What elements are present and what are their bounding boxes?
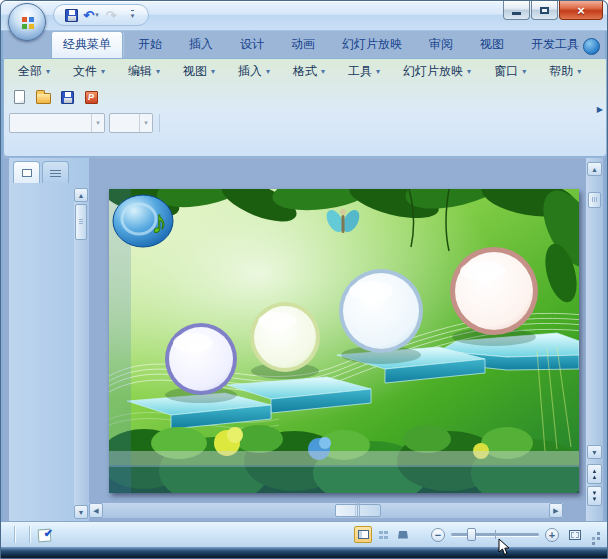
title-bar: ↶▾ ↷ ▾ × [1, 1, 607, 31]
minimize-button[interactable] [503, 1, 530, 20]
svg-text:♪: ♪ [151, 204, 167, 240]
save-icon [65, 9, 78, 22]
save-button[interactable] [62, 6, 80, 24]
normal-view-icon [358, 530, 369, 539]
scroll-left-button[interactable]: ◀ [89, 503, 103, 518]
zoom-slider[interactable] [451, 533, 539, 536]
scroll-up-button[interactable]: ▲ [74, 188, 88, 202]
ribbon-tab[interactable]: 幻灯片放映 [330, 32, 414, 58]
topic-circle-1[interactable] [165, 323, 237, 403]
slide-show-icon [398, 531, 408, 539]
menu-item[interactable]: 文件 [73, 63, 105, 80]
ribbon-tab[interactable]: 开发工具 [519, 32, 583, 58]
chevron-down-icon: ▾ [95, 11, 99, 19]
status-bar: − + [1, 521, 607, 547]
scrollbar-thumb[interactable] [588, 192, 601, 208]
ribbon-tab[interactable]: 设计 [228, 32, 276, 58]
group-separator [156, 113, 163, 133]
menu-item[interactable]: 工具 [348, 63, 380, 80]
restore-icon [540, 7, 549, 14]
scroll-up-button[interactable]: ▲ [587, 162, 602, 176]
customize-quick-access-button[interactable]: ▾ [122, 6, 140, 24]
new-document-button[interactable] [8, 87, 30, 108]
ribbon-tab[interactable]: 开始 [126, 32, 174, 58]
close-icon: × [577, 4, 585, 17]
menu-item[interactable]: 幻灯片放映 [403, 63, 471, 80]
panel-scrollbar[interactable]: ▲ ▼ [74, 188, 88, 519]
slide-sorter-icon [379, 531, 388, 539]
ppt-export-button[interactable] [80, 87, 102, 108]
ribbon-tab-row: 经典菜单开始插入设计动画幻灯片放映审阅视图开发工具 [51, 32, 583, 58]
panel-tabs [9, 158, 89, 184]
outline-tab[interactable] [42, 161, 69, 183]
slide-editing-area: ♪ [89, 158, 585, 521]
zoom-slider-thumb[interactable] [467, 528, 476, 541]
help-button[interactable] [583, 38, 600, 55]
quick-access-toolbar: ↶▾ ↷ ▾ [53, 4, 149, 26]
music-note-icon: ♪ [113, 195, 173, 247]
divider [29, 526, 30, 543]
chevron-down-icon: ▾ [131, 10, 135, 20]
vertical-scrollbar[interactable]: ▲ ▼ ▲ ▲ ▼ ▼ [586, 158, 603, 521]
menu-item[interactable]: 插入 [238, 63, 270, 80]
restore-button[interactable] [531, 1, 558, 20]
thumbnail-list [9, 186, 73, 521]
chevron-down-icon: ▾ [139, 114, 152, 132]
ribbon-tab[interactable]: 视图 [468, 32, 516, 58]
save-button[interactable] [56, 87, 78, 108]
spelling-status-button[interactable] [37, 527, 53, 542]
redo-icon: ↷ [106, 9, 117, 22]
slides-tab[interactable] [13, 161, 40, 183]
bottom-band-graphic [109, 451, 579, 467]
resize-grip[interactable] [588, 528, 601, 541]
ribbon-tab[interactable]: 动画 [279, 32, 327, 58]
zoom-out-button[interactable]: − [431, 528, 445, 542]
menu-item[interactable]: 视图 [183, 63, 215, 80]
slide-icon [22, 169, 32, 177]
ribbon-tab[interactable]: 插入 [177, 32, 225, 58]
topic-circle-3[interactable] [339, 269, 423, 364]
scroll-down-button[interactable]: ▼ [74, 505, 88, 519]
toolbar-overflow-button[interactable]: ▶ [597, 105, 603, 114]
powerpoint-window: ↶▾ ↷ ▾ × 经典菜单开始插入设计动画幻灯片放映审阅视图开发工具 全部文件编… [0, 0, 608, 559]
ribbon-tab[interactable]: 经典菜单 [51, 32, 123, 58]
outline-icon [50, 168, 61, 177]
menu-item[interactable]: 编辑 [128, 63, 160, 80]
workspace: ▲ ▼ [3, 158, 605, 521]
open-button[interactable] [32, 87, 54, 108]
font-size-combo[interactable]: ▾ [109, 113, 153, 133]
menu-item[interactable]: 全部 [18, 63, 50, 80]
bottom-tint-graphic [109, 465, 579, 493]
previous-slide-button[interactable]: ▲ ▲ [587, 464, 602, 484]
minimize-icon [512, 12, 521, 15]
classic-menu-bar: 全部文件编辑视图插入格式工具幻灯片放映窗口帮助 [4, 59, 606, 84]
divider [14, 526, 15, 543]
slide-sorter-button[interactable] [374, 526, 392, 543]
scrollbar-thumb[interactable] [335, 504, 381, 517]
window-frame-bottom [1, 547, 607, 558]
normal-view-button[interactable] [354, 526, 372, 543]
ribbon-tab[interactable]: 审阅 [417, 32, 465, 58]
undo-icon: ↶ [83, 9, 94, 22]
slide-canvas[interactable]: ♪ [109, 189, 579, 493]
menu-item[interactable]: 帮助 [549, 63, 581, 80]
scroll-right-button[interactable]: ▶ [549, 503, 563, 518]
topic-circle-2[interactable] [250, 302, 320, 379]
close-button[interactable]: × [559, 1, 603, 20]
office-button[interactable] [8, 3, 46, 41]
next-slide-button[interactable]: ▼ ▼ [587, 486, 602, 506]
scrollbar-thumb[interactable] [75, 204, 87, 240]
fit-slide-icon [569, 530, 581, 540]
menu-item[interactable]: 格式 [293, 63, 325, 80]
menu-item[interactable]: 窗口 [494, 63, 526, 80]
redo-button[interactable]: ↷ [102, 6, 120, 24]
font-name-combo[interactable]: ▾ [9, 113, 105, 133]
slide-show-button[interactable] [394, 526, 412, 543]
topic-circle-4[interactable] [450, 247, 538, 346]
slides-panel: ▲ ▼ [9, 158, 89, 521]
zoom-in-button[interactable]: + [545, 528, 559, 542]
fit-slide-button[interactable] [565, 526, 584, 543]
undo-button[interactable]: ↶▾ [82, 6, 100, 24]
scroll-down-button[interactable]: ▼ [587, 445, 602, 459]
horizontal-scrollbar[interactable]: ◀ ▶ [89, 503, 563, 518]
